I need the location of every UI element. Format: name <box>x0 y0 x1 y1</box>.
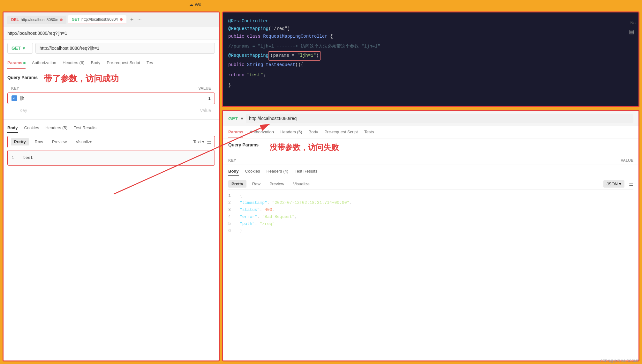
brace-open: { <box>330 34 333 39</box>
right-filter-icon[interactable]: ⚌ <box>629 181 633 187</box>
resp-tab-pretty[interactable]: Pretty <box>11 138 29 145</box>
keyword-class: class <box>247 34 263 39</box>
body-tabs-bar: Body Cookies Headers (5) Test Results <box>7 123 215 133</box>
del-status-dot <box>60 19 63 21</box>
method-selector[interactable]: GET ▾ <box>7 43 33 54</box>
jl-comma-4: , <box>295 214 297 219</box>
tab-del[interactable]: DEL http://localhost:8080/e <box>7 16 66 24</box>
right-resp-visualize[interactable]: Visualize <box>290 180 313 188</box>
code-panel: @RestController @RequestMapping("/req") … <box>222 11 639 107</box>
blank-line-3 <box>228 79 633 82</box>
blank-line-1 <box>228 40 633 43</box>
right-nav-auth[interactable]: Authorization <box>250 126 274 138</box>
param-checkbox[interactable]: ✓ <box>11 95 17 101</box>
code-line-1: @RestController <box>228 18 633 25</box>
nav-tab-body[interactable]: Body <box>91 57 101 69</box>
empty-value: Value <box>185 108 211 113</box>
body-tab-headers[interactable]: Headers (5) <box>45 123 67 133</box>
method-label: GET <box>11 46 21 51</box>
body-section: Body Cookies Headers (5) Test Results Pr… <box>4 119 219 360</box>
chevron-down-icon: ▾ <box>23 46 25 51</box>
right-resp-preview[interactable]: Preview <box>266 180 287 188</box>
param-key-ljh: ljh <box>20 96 183 101</box>
right-nav-tabs: Params Authorization Headers (6) Body Pr… <box>223 126 638 138</box>
comment-text: //params = "ljh=1 -------> 访问这个方法必须带这个参数… <box>228 44 380 49</box>
get-status-dot <box>120 18 123 21</box>
get-url: http://localhost:8080/r <box>81 17 118 22</box>
filter-icon[interactable]: ⚌ <box>207 139 211 145</box>
code-line-comment: //params = "ljh=1 -------> 访问这个方法必须带这个参数… <box>228 43 633 50</box>
tab-get[interactable]: GET http://localhost:8080/r <box>68 15 126 24</box>
body-tab-body[interactable]: Body <box>7 123 18 133</box>
nav-tab-headers[interactable]: Headers (6) <box>63 57 85 69</box>
nav-tab-tests[interactable]: Tes <box>147 57 153 69</box>
right-response-area: Pretty Raw Preview Visualize JSON ▾ ⚌ 1 … <box>223 178 638 239</box>
jl-val-path: "/req" <box>260 221 275 226</box>
add-tab-button[interactable]: + <box>128 15 136 24</box>
right-body-tab-testresults[interactable]: Test Results <box>295 167 317 176</box>
scrollbar-indicator: ▤ <box>629 28 634 35</box>
right-nav-tests[interactable]: Tests <box>364 126 374 138</box>
right-nav-params[interactable]: Params <box>228 126 243 138</box>
return-val: "test" <box>247 72 263 78</box>
resp-tab-preview[interactable]: Preview <box>49 138 70 145</box>
right-nav-prerequest[interactable]: Pre-request Script <box>324 126 358 138</box>
jl-key-path: "path" <box>240 221 255 226</box>
code-plain-1: ("/req") <box>268 26 290 31</box>
no-button: No <box>630 20 636 25</box>
right-nav-headers[interactable]: Headers (6) <box>280 126 302 138</box>
resp-tab-raw[interactable]: Raw <box>32 138 46 145</box>
resp-tab-visualize[interactable]: Visualize <box>72 138 95 145</box>
json-line-3: 3 "status": 400, <box>228 206 633 213</box>
json-format-selector[interactable]: JSON ▾ <box>603 180 624 188</box>
value-header: VALUE <box>173 86 211 91</box>
url-display-text: http://localhost:8080/req?ljh=1 <box>7 31 67 36</box>
right-key-header: KEY <box>228 158 621 163</box>
nav-tab-params[interactable]: Params <box>7 57 26 69</box>
body-tab-cookies[interactable]: Cookies <box>24 123 39 133</box>
right-body-tab-cookies[interactable]: Cookies <box>245 167 260 176</box>
top-bar-title: ☁ Wo <box>189 2 201 7</box>
right-postman-panel: GET ▾ http://localhost:8080/req Params A… <box>222 110 639 361</box>
body-tab-testresults[interactable]: Test Results <box>74 123 96 133</box>
right-query-section: Query Params 没带参数，访问失败 <box>223 138 638 156</box>
kw-return: return <box>228 72 247 78</box>
jl-num-6: 6 <box>228 227 235 234</box>
url-display-bar: http://localhost:8080/req?ljh=1 <box>4 27 219 40</box>
code-line-highlight: @RequestMapping(params = "ljh=1") <box>228 51 633 61</box>
right-response-body: 1 { 2 "timestamp": "2022-07-12T02:18:31.… <box>228 190 633 235</box>
right-resp-pretty[interactable]: Pretty <box>228 180 246 188</box>
right-body-tab-headers[interactable]: Headers (4) <box>266 167 288 176</box>
right-method-chevron: ▾ <box>241 115 243 122</box>
nav-tab-authorization[interactable]: Authorization <box>32 57 56 69</box>
json-line-1: 1 { <box>228 192 633 199</box>
semicolon: ; <box>263 72 266 78</box>
more-options[interactable]: ··· <box>137 17 141 23</box>
return-type: String <box>247 62 266 67</box>
left-annotation-text: 带了参数，访问成功 <box>44 73 119 84</box>
right-query-label: Query Params <box>228 142 263 147</box>
params-active-dot <box>23 62 26 64</box>
json-format-label: JSON <box>607 182 618 186</box>
jl-colon-2: : <box>267 200 272 205</box>
blank-line-2 <box>228 69 633 71</box>
response-sub-tabs: Pretty Raw Preview Visualize Text ▾ ⚌ <box>7 136 215 147</box>
del-method-label: DEL <box>11 18 19 22</box>
format-selector[interactable]: Text ▾ <box>193 139 204 144</box>
nav-tab-prerequest[interactable]: Pre-request Script <box>107 57 140 69</box>
url-input-field[interactable] <box>35 43 215 54</box>
tab-bar: DEL http://localhost:8080/e GET http://l… <box>4 12 219 27</box>
method-paren: (){ <box>295 62 303 67</box>
right-url-display: http://localhost:8080/req <box>246 114 633 123</box>
right-resp-raw[interactable]: Raw <box>249 180 264 188</box>
del-url: http://localhost:8080/e <box>21 18 58 22</box>
params-empty-row: Key Value <box>7 105 215 115</box>
format-chevron-icon: ▾ <box>202 139 204 144</box>
jl-colon-4: : <box>257 214 262 219</box>
right-nav-body[interactable]: Body <box>309 126 318 138</box>
hl-value: "ljh=1" <box>297 53 316 58</box>
json-line-6: 6 } <box>228 227 633 234</box>
right-body-tab-body[interactable]: Body <box>228 167 239 176</box>
query-params-section: Query Params 带了参数，访问成功 KEY VALUE ✓ ljh 1… <box>4 69 219 119</box>
jl-colon-5: : <box>255 221 260 226</box>
